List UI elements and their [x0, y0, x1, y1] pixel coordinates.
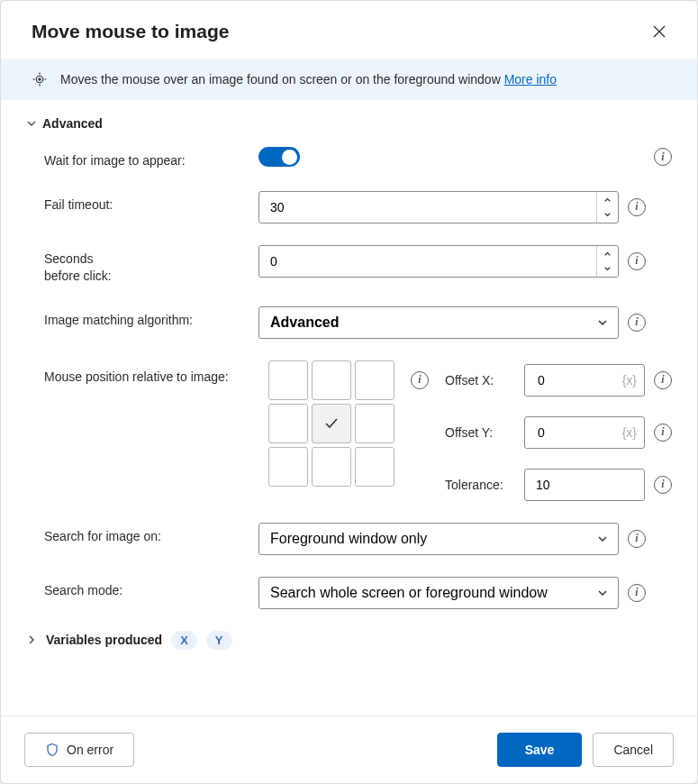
- mouse-target-icon: [32, 71, 48, 87]
- section-variables-produced[interactable]: Variables produced X Y: [26, 631, 672, 650]
- help-offset-x[interactable]: i: [654, 371, 672, 389]
- input-fail-timeout[interactable]: [258, 191, 619, 223]
- row-wait-for-image: Wait for image to appear: i: [26, 147, 672, 169]
- banner-text: Moves the mouse over an image found on s…: [60, 72, 557, 87]
- select-algorithm[interactable]: Advanced: [258, 306, 619, 339]
- select-search-mode[interactable]: Search whole screen or foreground window: [258, 577, 619, 609]
- dialog-footer: On error Save Cancel: [1, 716, 697, 783]
- help-wait-for-image[interactable]: i: [654, 148, 672, 166]
- row-offset-x: Offset X: {x} i: [445, 364, 672, 397]
- pos-middle-center[interactable]: [312, 404, 351, 443]
- chevron-right-icon: [26, 634, 37, 645]
- variable-pill[interactable]: Y: [206, 631, 232, 650]
- row-seconds-before-click: Seconds before click: i: [26, 245, 672, 285]
- label-wait-for-image: Wait for image to appear:: [44, 147, 258, 169]
- dialog-body: Advanced Wait for image to appear: i Fai…: [1, 100, 697, 716]
- row-search-on: Search for image on: Foreground window o…: [26, 523, 672, 555]
- label-algorithm: Image matching algorithm:: [44, 306, 258, 329]
- variable-hint-icon[interactable]: {x}: [622, 373, 637, 387]
- toggle-wait-for-image[interactable]: [258, 147, 300, 167]
- spinner-up-icon[interactable]: [597, 192, 618, 207]
- label-tolerance: Tolerance:: [445, 478, 515, 492]
- info-banner: Moves the mouse over an image found on s…: [1, 59, 697, 100]
- close-icon: [652, 24, 666, 39]
- label-seconds-before-click: Seconds before click:: [44, 245, 258, 285]
- offset-column: Offset X: {x} i Offset Y: {x} i: [445, 360, 672, 501]
- svg-point-1: [39, 78, 41, 80]
- label-offset-x: Offset X:: [445, 373, 515, 387]
- help-search-on[interactable]: i: [628, 530, 646, 548]
- shield-icon: [45, 743, 59, 757]
- help-seconds-before-click[interactable]: i: [628, 252, 646, 270]
- help-algorithm[interactable]: i: [628, 314, 646, 332]
- section-advanced-header[interactable]: Advanced: [26, 116, 672, 131]
- row-tolerance: Tolerance: i: [445, 469, 672, 501]
- help-fail-timeout[interactable]: i: [628, 198, 646, 216]
- cancel-button[interactable]: Cancel: [593, 733, 674, 767]
- pos-bottom-center[interactable]: [312, 447, 351, 487]
- row-mouse-position: Mouse position relative to image: i Offs…: [26, 360, 672, 501]
- pos-top-left[interactable]: [268, 360, 308, 400]
- row-search-mode: Search mode: Search whole screen or fore…: [26, 577, 672, 609]
- input-tolerance[interactable]: [524, 469, 645, 501]
- label-fail-timeout: Fail timeout:: [44, 191, 258, 214]
- title-bar: Move mouse to image: [1, 1, 697, 59]
- label-search-on: Search for image on:: [44, 523, 258, 545]
- spinner-seconds-before-click[interactable]: [596, 246, 618, 277]
- pos-bottom-right[interactable]: [355, 447, 394, 487]
- position-grid: [268, 360, 394, 487]
- input-offset-x[interactable]: {x}: [524, 364, 645, 397]
- chevron-down-icon: [596, 316, 609, 329]
- label-offset-y: Offset Y:: [445, 425, 515, 440]
- chevron-down-icon: [596, 587, 609, 599]
- pos-middle-left[interactable]: [268, 404, 308, 443]
- pos-top-center[interactable]: [312, 360, 351, 400]
- check-icon: [323, 415, 340, 432]
- help-search-mode[interactable]: i: [628, 584, 646, 602]
- spinner-down-icon[interactable]: [597, 261, 618, 277]
- label-search-mode: Search mode:: [44, 577, 258, 599]
- select-search-on[interactable]: Foreground window only: [258, 523, 619, 555]
- variable-hint-icon[interactable]: {x}: [622, 425, 637, 440]
- help-tolerance[interactable]: i: [654, 476, 672, 494]
- pos-top-right[interactable]: [355, 360, 394, 400]
- more-info-link[interactable]: More info: [504, 72, 557, 87]
- row-algorithm: Image matching algorithm: Advanced i: [26, 306, 672, 339]
- save-button[interactable]: Save: [497, 733, 583, 767]
- pos-middle-right[interactable]: [355, 404, 394, 443]
- spinner-fail-timeout[interactable]: [596, 192, 618, 223]
- help-offset-y[interactable]: i: [654, 424, 672, 442]
- close-button[interactable]: [647, 19, 672, 44]
- row-fail-timeout: Fail timeout: i: [26, 191, 672, 223]
- chevron-down-icon: [596, 533, 609, 545]
- spinner-up-icon[interactable]: [597, 246, 618, 261]
- input-offset-y[interactable]: {x}: [524, 416, 645, 449]
- chevron-down-icon: [26, 118, 37, 129]
- input-seconds-before-click[interactable]: [258, 245, 619, 278]
- pos-bottom-left[interactable]: [268, 447, 308, 487]
- dialog-move-mouse-to-image: Move mouse to image Moves the mouse over…: [0, 0, 698, 784]
- label-mouse-position: Mouse position relative to image:: [44, 360, 252, 384]
- variable-pill[interactable]: X: [171, 631, 197, 650]
- help-mouse-position[interactable]: i: [411, 371, 429, 389]
- spinner-down-icon[interactable]: [597, 207, 618, 223]
- dialog-title: Move mouse to image: [32, 21, 647, 42]
- row-offset-y: Offset Y: {x} i: [445, 416, 672, 449]
- on-error-button[interactable]: On error: [24, 733, 134, 767]
